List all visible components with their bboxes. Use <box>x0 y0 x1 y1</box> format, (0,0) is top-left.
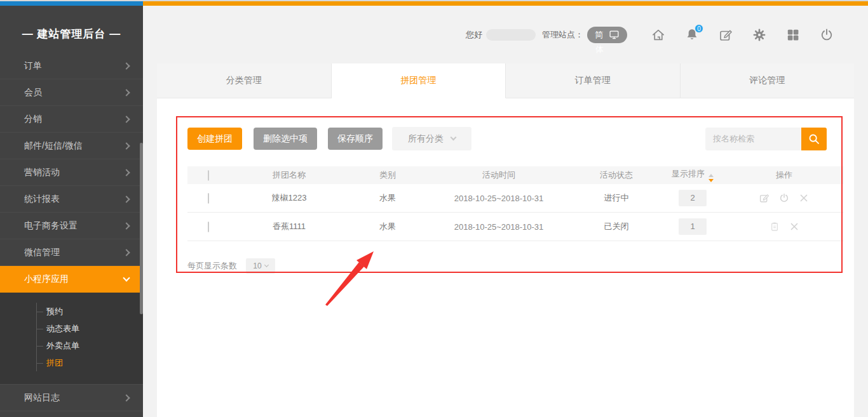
pagination: 每页显示条数 10 <box>187 258 854 274</box>
row-checkbox[interactable] <box>208 193 209 204</box>
cell-category: 水果 <box>349 192 426 204</box>
tab-groupbuy-management[interactable]: 拼团管理 <box>332 63 506 98</box>
power-icon[interactable] <box>778 192 790 204</box>
cell-category: 水果 <box>349 221 426 232</box>
submenu-item-takeout-order[interactable]: 外卖点单 <box>37 337 143 354</box>
groupbuy-table: 拼团名称 类别 活动时间 活动状态 显示排序 操作 辣椒1223 水果 2018… <box>187 166 844 241</box>
col-header-operations: 操作 <box>724 169 844 181</box>
copy-icon[interactable] <box>769 221 780 232</box>
chevron-down-icon <box>123 274 130 281</box>
select-all-checkbox[interactable] <box>208 170 209 181</box>
sidebar-item-mail-sms-wechat[interactable]: 邮件/短信/微信 <box>0 133 143 159</box>
chevron-right-icon <box>123 169 130 176</box>
chevron-down-icon <box>451 135 457 141</box>
app-title: — 建站管理后台 — <box>0 6 143 62</box>
sidebar-item-reports[interactable]: 统计报表 <box>0 186 143 213</box>
sidebar-menu: 订单 会员 分销 邮件/短信/微信 营销活动 统计报表 电子商务设置 微信管理 <box>0 53 143 411</box>
search-icon <box>807 132 821 146</box>
cell-name: 香蕉1111 <box>229 221 349 232</box>
cell-name: 辣椒1223 <box>229 192 349 204</box>
topbar-blue-strip <box>0 1 143 6</box>
col-header-name: 拼团名称 <box>229 169 349 181</box>
table-row: 辣椒1223 水果 2018-10-25~2018-10-31 进行中 2 <box>187 184 844 213</box>
col-header-sort: 显示排序 <box>672 169 705 178</box>
sidebar-item-distribution[interactable]: 分销 <box>0 106 143 133</box>
edit-icon[interactable] <box>759 192 770 204</box>
chevron-down-icon <box>264 263 269 267</box>
chevron-right-icon <box>123 62 130 69</box>
sidebar: — 建站管理后台 — 订单 会员 分销 邮件/短信/微信 营销活动 统计报表 电… <box>0 6 143 417</box>
save-order-button[interactable]: 保存顺序 <box>328 128 383 150</box>
cell-status: 进行中 <box>572 192 661 204</box>
per-page-select[interactable]: 10 <box>246 258 275 274</box>
category-filter-dropdown[interactable]: 所有分类 <box>392 127 471 150</box>
col-header-category: 类别 <box>349 169 426 181</box>
col-header-status: 活动状态 <box>572 169 661 181</box>
sidebar-item-wechat-management[interactable]: 微信管理 <box>0 239 143 266</box>
submenu-item-group-buy[interactable]: 拼团 <box>37 354 143 371</box>
cell-time: 2018-10-25~2018-10-31 <box>426 222 572 232</box>
toolbar: 创建拼团 删除选中项 保存顺序 所有分类 <box>187 127 827 150</box>
miniprogram-submenu: 预约 动态表单 外卖点单 拼团 <box>0 293 143 385</box>
main-area: 您好 管理站点： 简 体 0 <box>143 6 868 417</box>
sidebar-scrollbar-thumb[interactable] <box>140 143 143 314</box>
edit-icon[interactable] <box>718 27 733 43</box>
delete-selected-button[interactable]: 删除选中项 <box>254 128 317 150</box>
sort-value-input[interactable]: 2 <box>679 190 707 206</box>
tab-category-management[interactable]: 分类管理 <box>157 63 332 98</box>
chevron-right-icon <box>123 142 130 149</box>
per-page-label: 每页显示条数 <box>187 260 237 272</box>
sidebar-item-marketing[interactable]: 营销活动 <box>0 159 143 186</box>
content-panel: 分类管理 拼团管理 订单管理 评论管理 创建拼团 删除选中项 保存顺序 所有分类 <box>157 63 854 417</box>
search-button[interactable] <box>801 128 827 150</box>
chevron-right-icon <box>123 222 130 229</box>
redacted-username <box>486 29 536 41</box>
submenu-item-booking[interactable]: 预约 <box>37 303 143 320</box>
table-header-row: 拼团名称 类别 活动时间 活动状态 显示排序 操作 <box>187 166 844 184</box>
tab-order-management[interactable]: 订单管理 <box>506 63 681 98</box>
row-checkbox[interactable] <box>208 222 209 232</box>
cell-time: 2018-10-25~2018-10-31 <box>426 194 572 203</box>
chevron-right-icon <box>123 394 130 401</box>
site-language-switch[interactable]: 简 体 <box>587 27 627 43</box>
sort-value-input[interactable]: 1 <box>679 218 707 235</box>
notification-count-badge: 0 <box>695 24 703 33</box>
tab-bar: 分类管理 拼团管理 订单管理 评论管理 <box>157 63 854 98</box>
manage-site-label: 管理站点： <box>542 29 583 41</box>
create-groupbuy-button[interactable]: 创建拼团 <box>187 128 242 150</box>
topbar: 您好 管理站点： 简 体 0 <box>143 6 868 63</box>
apps-grid-icon[interactable] <box>785 27 801 43</box>
chevron-right-icon <box>123 195 130 202</box>
greeting-label: 您好 <box>466 29 482 41</box>
submenu-item-dynamic-forms[interactable]: 动态表单 <box>37 320 143 337</box>
sort-toggle-icon[interactable] <box>709 174 714 182</box>
tab-comment-management[interactable]: 评论管理 <box>681 63 855 98</box>
close-icon[interactable] <box>798 192 810 204</box>
chevron-right-icon <box>123 249 130 256</box>
sidebar-item-miniprogram-apps[interactable]: 小程序应用 <box>0 266 143 293</box>
power-icon[interactable] <box>819 27 834 43</box>
col-header-time: 活动时间 <box>426 169 572 181</box>
table-row: 香蕉1111 水果 2018-10-25~2018-10-31 已关闭 1 <box>187 213 844 241</box>
sidebar-item-members[interactable]: 会员 <box>0 79 143 106</box>
topbar-orange-strip <box>143 1 868 6</box>
cell-status: 已关闭 <box>572 221 661 232</box>
close-icon[interactable] <box>789 221 800 232</box>
chevron-right-icon <box>123 89 130 96</box>
home-icon[interactable] <box>651 27 666 43</box>
sidebar-item-ecommerce-settings[interactable]: 电子商务设置 <box>0 213 143 239</box>
gear-icon[interactable] <box>752 27 767 43</box>
sidebar-item-site-logs[interactable]: 网站日志 <box>0 385 143 411</box>
notifications-bell-icon[interactable]: 0 <box>684 27 700 43</box>
search-bar <box>705 128 827 150</box>
chevron-right-icon <box>123 116 130 122</box>
monitor-icon <box>609 29 620 40</box>
search-input[interactable] <box>705 128 801 150</box>
